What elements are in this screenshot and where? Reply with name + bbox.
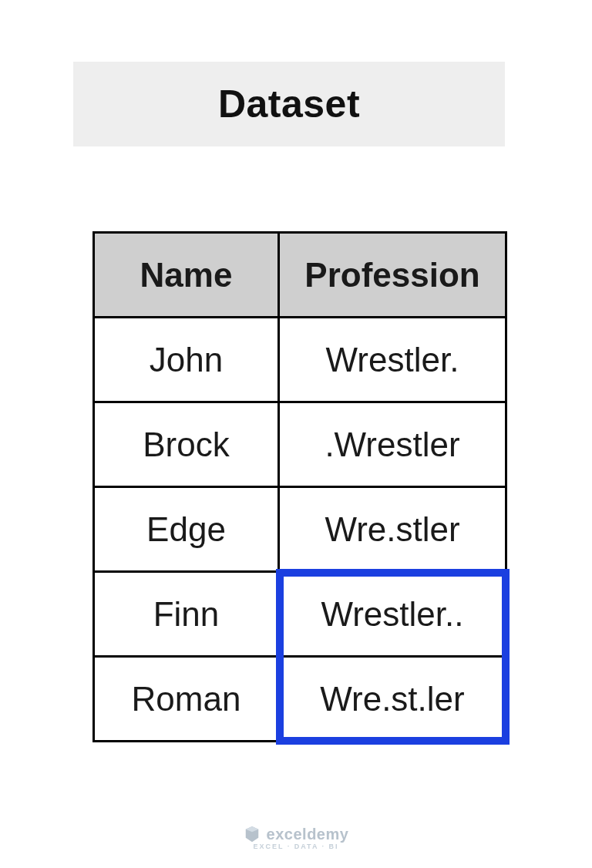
header-name: Name <box>94 233 279 318</box>
cell-name: Brock <box>94 402 279 487</box>
exceldemy-logo-icon <box>244 826 261 843</box>
dataset-table: Name Profession John Wrestler. Brock .Wr… <box>92 231 507 742</box>
cell-profession: Wre.st.ler <box>279 657 506 742</box>
page-title: Dataset <box>73 62 505 146</box>
cell-name: John <box>94 318 279 402</box>
cell-profession: Wrestler.. <box>279 572 506 657</box>
watermark: exceldemy EXCEL · DATA · BI <box>0 826 592 843</box>
cell-name: Finn <box>94 572 279 657</box>
cell-profession: Wrestler. <box>279 318 506 402</box>
cell-name: Roman <box>94 657 279 742</box>
table-row: Finn Wrestler.. <box>94 572 506 657</box>
table-row: John Wrestler. <box>94 318 506 402</box>
table-row: Brock .Wrestler <box>94 402 506 487</box>
header-profession: Profession <box>279 233 506 318</box>
table-row: Edge Wre.stler <box>94 487 506 572</box>
cell-profession: .Wrestler <box>279 402 506 487</box>
table-header-row: Name Profession <box>94 233 506 318</box>
dataset-table-container: Name Profession John Wrestler. Brock .Wr… <box>92 231 507 742</box>
watermark-brand: exceldemy <box>267 826 349 843</box>
cell-profession: Wre.stler <box>279 487 506 572</box>
watermark-tagline: EXCEL · DATA · BI <box>0 843 592 850</box>
cell-name: Edge <box>94 487 279 572</box>
table-row: Roman Wre.st.ler <box>94 657 506 742</box>
